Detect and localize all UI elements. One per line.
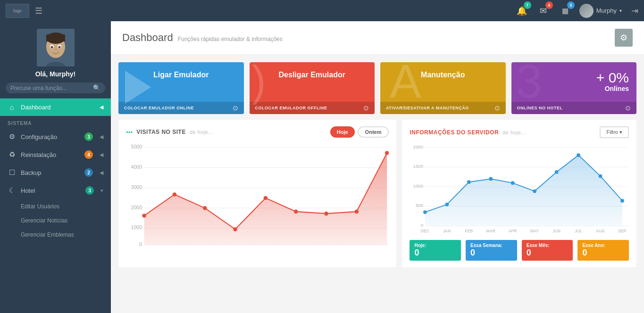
svg-text:MAY: MAY (531, 229, 539, 233)
svg-text:3000: 3000 (131, 184, 142, 190)
yesterday-button[interactable]: Ontem (358, 126, 389, 138)
quick-actions-row: Ligar Emulador COLOCAR EMULADOR ONLINE ⊙… (118, 62, 636, 114)
sidebar-item-backup[interactable]: ☐ Backup 2 ◀ (0, 164, 111, 181)
gear-icon: ⚙ (620, 33, 627, 43)
stat-hoje-value: 0 (414, 248, 456, 258)
logout-button[interactable]: ⇥ (631, 6, 638, 16)
chevron-left-icon: ◀ (100, 134, 103, 140)
svg-text:5000: 5000 (131, 144, 142, 149)
chart-dot (294, 210, 298, 214)
svg-text:AUG: AUG (596, 229, 605, 233)
settings-button[interactable]: ⚙ (615, 29, 633, 47)
collapse-icon: ◀ (100, 104, 103, 110)
page-title-area: Dashboard Funções rápidas emulador & inf… (122, 32, 283, 44)
mail-badge: 4 (545, 1, 553, 9)
sidebar-item-label: Hotel (21, 187, 81, 194)
notifications-tasks-button[interactable]: ▦ 3 (558, 3, 573, 18)
chart-actions: Hoje Ontem (330, 126, 389, 138)
server-chart-svg-container: 2000 1500 1000 500 0 (410, 143, 629, 236)
server-chart-subtitle: de hoje... (502, 130, 526, 135)
hotel-icon: ☾ (8, 186, 16, 195)
avatar (37, 29, 75, 66)
tasks-icon: ▦ (562, 7, 569, 15)
stat-box-ano: Esse Ano: 0 (577, 240, 629, 261)
svg-text:APR: APR (509, 229, 517, 233)
hamburger-menu-button[interactable]: ☰ (35, 6, 42, 16)
sidebar-subitem-editar-usuarios[interactable]: Editar Usuários (0, 199, 111, 214)
stat-semana-value: 0 (470, 248, 512, 258)
svg-text:2000: 2000 (131, 205, 142, 210)
chart-dot (355, 210, 359, 214)
card-title: Manutenção (388, 71, 498, 79)
profile-name: Olá, Murphy! (35, 70, 76, 78)
filter-label: Filtro (606, 129, 618, 135)
notifications-bell-button[interactable]: 🔔 7 (514, 3, 529, 18)
chart-dot (173, 192, 177, 197)
gear-icon: ⚙ (8, 132, 16, 141)
manutencao-card[interactable]: A Manutenção ATIVAR/DESATIVAR A MANUTENÇ… (380, 62, 506, 114)
card-title: Ligar Emulador (126, 71, 236, 79)
bar-chart-icon: ▪▪▪ (126, 129, 133, 135)
home-icon: ⌂ (8, 103, 16, 111)
notifications-mail-button[interactable]: ✉ 4 (536, 3, 551, 18)
chevron-down-icon: ▾ (100, 188, 103, 194)
topnav: logo ☰ 🔔 7 ✉ 4 ▦ 3 Murphy ▾ ⇥ (0, 0, 644, 21)
user-name-label: Murphy (596, 7, 617, 14)
chart-title-area: ▪▪▪ VISITAS NO SITE de hoje... (126, 129, 213, 135)
card-bottom-text: COLOCAR EMULADOR OFFLINE (255, 106, 327, 110)
sidebar-profile: Olá, Murphy! 🔍 (0, 21, 111, 99)
ligar-emulador-card[interactable]: Ligar Emulador COLOCAR EMULADOR ONLINE ⊙ (118, 62, 244, 114)
stat-box-hoje: Hoje: 0 (410, 240, 461, 261)
svg-text:JUN: JUN (553, 229, 561, 233)
stat-mes-value: 0 (527, 248, 569, 258)
onlines-card[interactable]: 3 + 0% Onlines ONLINES NO HOTEL ⊙ (511, 62, 637, 114)
sidebar-item-label: Dashboard (21, 104, 95, 111)
server-chart-dot (424, 210, 427, 214)
visits-chart-subtitle: de hoje... (190, 129, 213, 135)
chart-dot (324, 212, 328, 216)
server-area-fill (425, 155, 622, 226)
reinstalacao-badge: 4 (84, 150, 93, 159)
stat-ano-value: 0 (582, 248, 624, 258)
sidebar-item-reinstalacao[interactable]: ♻ Reinstalação 4 ◀ (0, 146, 111, 164)
desligar-emulador-card[interactable]: ) Desligar Emulador COLOCAR EMULADOR OFF… (250, 62, 375, 114)
tasks-badge: 3 (567, 1, 575, 9)
svg-text:SEP: SEP (619, 229, 627, 233)
chart-dot (142, 214, 146, 218)
sidebar-item-hotel[interactable]: ☾ Hotel 3 ▾ (0, 181, 111, 199)
sidebar-subitem-gerenciar-emblemas[interactable]: Gerenciar Emblemas (0, 228, 111, 242)
chart-dot (233, 227, 237, 231)
stat-hoje-label: Hoje: (414, 243, 456, 248)
sidebar-search[interactable]: 🔍 (6, 82, 105, 93)
today-button[interactable]: Hoje (330, 126, 355, 138)
visits-chart-svg: 5000 4000 3000 2000 1000 0 (126, 142, 389, 248)
chevron-down-icon: ▾ (619, 8, 622, 13)
arrow-circle-icon: ⊙ (233, 104, 238, 112)
page-header: Dashboard Funções rápidas emulador & inf… (111, 21, 644, 55)
server-chart-dot (511, 181, 515, 185)
visits-chart-svg-container: 5000 4000 3000 2000 1000 0 (126, 142, 389, 250)
sidebar-subitem-gerenciar-noticias[interactable]: Gerenciar Notícias (0, 214, 111, 228)
sidebar-item-label: Configuração (21, 133, 80, 140)
server-chart-title: INFORMAÇÕES DO SERVIDOR (410, 129, 499, 136)
maintenance-icon: A (390, 62, 421, 105)
backup-icon: ☐ (8, 168, 16, 177)
sidebar-item-configuracao[interactable]: ⚙ Configuração 3 ◀ (0, 128, 111, 146)
sidebar-item-dashboard[interactable]: ⌂ Dashboard ◀ (0, 99, 111, 116)
svg-text:JUL: JUL (575, 229, 583, 233)
search-input[interactable] (10, 85, 90, 91)
filter-button[interactable]: Filtro ▾ (600, 126, 629, 138)
page-subtitle: Funções rápidas emulador & informações (178, 36, 283, 42)
main-layout: Olá, Murphy! 🔍 ⌂ Dashboard ◀ SISTEMA ⚙ C… (0, 21, 644, 313)
svg-text:1500: 1500 (413, 164, 423, 169)
arrow-circle-icon: ⊙ (363, 104, 369, 112)
svg-text:MAR: MAR (486, 229, 495, 233)
card-plus-label: + (596, 70, 609, 85)
sidebar-item-label: Backup (21, 169, 80, 176)
chart-dot (203, 206, 207, 210)
phone-icon: ) (252, 62, 266, 102)
reinstall-icon: ♻ (8, 150, 16, 159)
user-menu-button[interactable]: Murphy ▾ (579, 4, 622, 18)
server-chart-dot (489, 177, 493, 181)
sidebar-section-sistema: SISTEMA (0, 116, 111, 128)
